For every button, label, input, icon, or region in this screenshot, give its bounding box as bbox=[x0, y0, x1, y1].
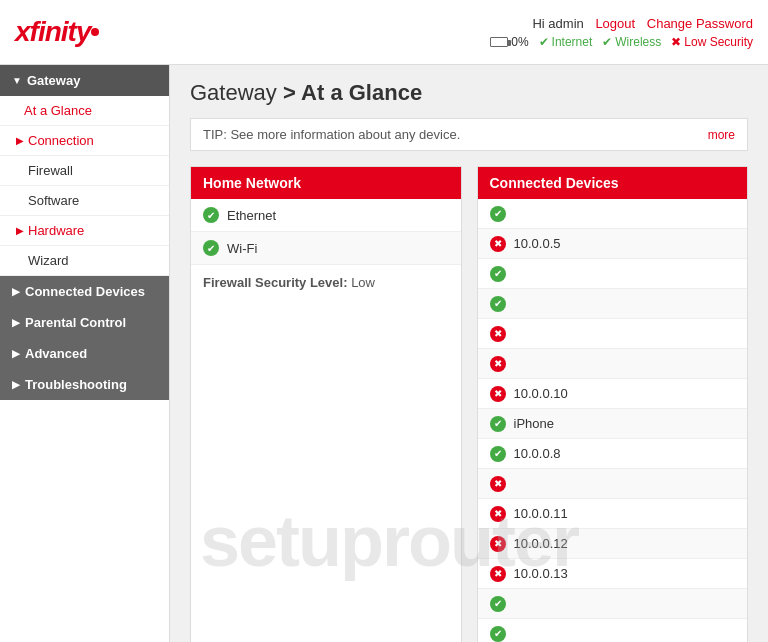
page-title-separator-suffix: > At a Glance bbox=[277, 80, 422, 105]
troubleshooting-arrow-icon: ▶ bbox=[12, 379, 20, 390]
header-status: 0% ✔ Internet ✔ Wireless ✖ Low Security bbox=[490, 35, 753, 49]
device-label: iPhone bbox=[514, 416, 554, 431]
device-err-icon: ✖ bbox=[490, 476, 506, 492]
firewall-value: Low bbox=[351, 275, 375, 290]
hardware-arrow-icon: ▶ bbox=[16, 225, 24, 236]
device-ok-icon: ✔ bbox=[490, 416, 506, 432]
device-item: ✖10.0.0.11 bbox=[478, 499, 748, 529]
ethernet-ok-icon: ✔ bbox=[203, 207, 219, 223]
connected-devices-panel: Connected Devices ✔✖10.0.0.5✔✔✖✖✖10.0.0.… bbox=[477, 166, 749, 642]
wireless-status: ✔ Wireless bbox=[602, 35, 661, 49]
sidebar-item-software[interactable]: Software bbox=[0, 186, 169, 216]
main-content: Gateway > At a Glance TIP: See more info… bbox=[170, 65, 768, 642]
page-title: Gateway > At a Glance bbox=[190, 80, 748, 106]
header: xfinity Hi admin Logout Change Password … bbox=[0, 0, 768, 65]
device-item: ✔ bbox=[478, 289, 748, 319]
sidebar-item-firewall[interactable]: Firewall bbox=[0, 156, 169, 186]
sidebar-gateway-header[interactable]: ▼ Gateway bbox=[0, 65, 169, 96]
device-item: ✖10.0.0.5 bbox=[478, 229, 748, 259]
device-ok-icon: ✔ bbox=[490, 446, 506, 462]
devices-list: ✔✖10.0.0.5✔✔✖✖✖10.0.0.10✔iPhone✔10.0.0.8… bbox=[478, 199, 748, 642]
device-label: 10.0.0.12 bbox=[514, 536, 568, 551]
device-item: ✔ bbox=[478, 199, 748, 229]
parental-control-arrow-icon: ▶ bbox=[12, 317, 20, 328]
home-network-panel: Home Network ✔ Ethernet ✔ Wi-Fi Firewall… bbox=[190, 166, 462, 642]
device-label: 10.0.0.5 bbox=[514, 236, 561, 251]
advanced-arrow-icon: ▶ bbox=[12, 348, 20, 359]
wifi-ok-icon: ✔ bbox=[203, 240, 219, 256]
sidebar-parental-control-label: Parental Control bbox=[25, 315, 126, 330]
device-err-icon: ✖ bbox=[490, 356, 506, 372]
device-ok-icon: ✔ bbox=[490, 206, 506, 222]
internet-ok-icon: ✔ bbox=[539, 35, 549, 49]
sidebar-parental-control-header[interactable]: ▶ Parental Control bbox=[0, 307, 169, 338]
device-label: 10.0.0.13 bbox=[514, 566, 568, 581]
connection-arrow-icon: ▶ bbox=[16, 135, 24, 146]
ethernet-label: Ethernet bbox=[227, 208, 276, 223]
header-user: Hi admin Logout Change Password bbox=[532, 16, 753, 31]
logout-link[interactable]: Logout bbox=[595, 16, 635, 31]
battery-status: 0% bbox=[490, 35, 528, 49]
device-ok-icon: ✔ bbox=[490, 296, 506, 312]
sidebar-connected-devices-header[interactable]: ▶ Connected Devices bbox=[0, 276, 169, 307]
battery-icon bbox=[490, 37, 508, 47]
device-err-icon: ✖ bbox=[490, 566, 506, 582]
sidebar-connected-devices-label: Connected Devices bbox=[25, 284, 145, 299]
device-label: 10.0.0.11 bbox=[514, 506, 568, 521]
sidebar-item-at-a-glance[interactable]: At a Glance bbox=[0, 96, 169, 126]
device-item: ✔ bbox=[478, 619, 748, 642]
connected-devices-header: Connected Devices bbox=[478, 167, 748, 199]
change-password-link[interactable]: Change Password bbox=[647, 16, 753, 31]
home-network-body: ✔ Ethernet ✔ Wi-Fi Firewall Security Lev… bbox=[191, 199, 461, 300]
header-right: Hi admin Logout Change Password 0% ✔ Int… bbox=[490, 16, 753, 49]
battery-pct: 0% bbox=[511, 35, 528, 49]
device-item: ✖10.0.0.10 bbox=[478, 379, 748, 409]
device-label: 10.0.0.10 bbox=[514, 386, 568, 401]
device-item: ✖10.0.0.12 bbox=[478, 529, 748, 559]
logo-dot bbox=[91, 28, 99, 36]
device-item: ✖ bbox=[478, 319, 748, 349]
sidebar-advanced-label: Advanced bbox=[25, 346, 87, 361]
connected-devices-arrow-icon: ▶ bbox=[12, 286, 20, 297]
content-grid: Home Network ✔ Ethernet ✔ Wi-Fi Firewall… bbox=[190, 166, 748, 642]
xfinity-logo: xfinity bbox=[15, 16, 90, 48]
security-status: ✖ Low Security bbox=[671, 35, 753, 49]
device-err-icon: ✖ bbox=[490, 536, 506, 552]
device-ok-icon: ✔ bbox=[490, 266, 506, 282]
sidebar-advanced-header[interactable]: ▶ Advanced bbox=[0, 338, 169, 369]
device-label: 10.0.0.8 bbox=[514, 446, 561, 461]
ethernet-item: ✔ Ethernet bbox=[191, 199, 461, 232]
security-err-icon: ✖ bbox=[671, 35, 681, 49]
device-err-icon: ✖ bbox=[490, 386, 506, 402]
security-label: Low Security bbox=[684, 35, 753, 49]
home-network-header: Home Network bbox=[191, 167, 461, 199]
more-link[interactable]: more bbox=[708, 128, 735, 142]
internet-status: ✔ Internet bbox=[539, 35, 593, 49]
wireless-label: Wireless bbox=[615, 35, 661, 49]
device-item: ✖ bbox=[478, 469, 748, 499]
device-ok-icon: ✔ bbox=[490, 596, 506, 612]
wireless-ok-icon: ✔ bbox=[602, 35, 612, 49]
sidebar-item-hardware[interactable]: ▶ Hardware bbox=[0, 216, 169, 246]
device-err-icon: ✖ bbox=[490, 506, 506, 522]
firewall-security: Firewall Security Level: Low bbox=[191, 265, 461, 300]
device-item: ✔ bbox=[478, 259, 748, 289]
sidebar-gateway-label: Gateway bbox=[27, 73, 80, 88]
layout: ▼ Gateway At a Glance ▶ Connection Firew… bbox=[0, 65, 768, 642]
sidebar-troubleshooting-header[interactable]: ▶ Troubleshooting bbox=[0, 369, 169, 400]
gateway-arrow-icon: ▼ bbox=[12, 75, 22, 86]
device-item: ✖ bbox=[478, 349, 748, 379]
device-item: ✖10.0.0.13 bbox=[478, 559, 748, 589]
tip-bar: TIP: See more information about any devi… bbox=[190, 118, 748, 151]
internet-label: Internet bbox=[552, 35, 593, 49]
sidebar-item-connection[interactable]: ▶ Connection bbox=[0, 126, 169, 156]
device-err-icon: ✖ bbox=[490, 236, 506, 252]
logo: xfinity bbox=[15, 16, 99, 48]
device-err-icon: ✖ bbox=[490, 326, 506, 342]
sidebar-item-wizard[interactable]: Wizard bbox=[0, 246, 169, 276]
device-item: ✔10.0.0.8 bbox=[478, 439, 748, 469]
tip-text: TIP: See more information about any devi… bbox=[203, 127, 460, 142]
firewall-label: Firewall Security Level: bbox=[203, 275, 348, 290]
device-item: ✔iPhone bbox=[478, 409, 748, 439]
wifi-item: ✔ Wi-Fi bbox=[191, 232, 461, 265]
